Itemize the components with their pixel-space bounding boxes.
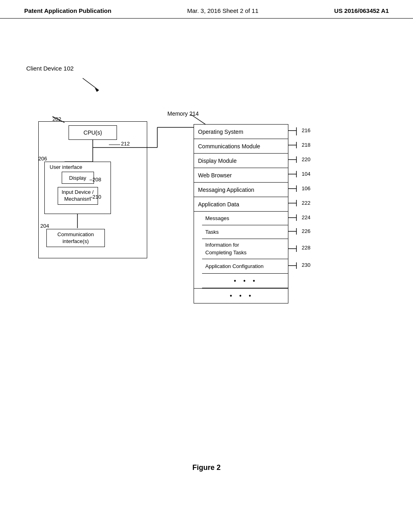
label-212: 212	[121, 141, 130, 147]
ref-224: 224	[302, 214, 311, 220]
figure-label: Figure 2	[192, 463, 221, 472]
nested-rows: Messages Tasks Information forCompleting…	[194, 212, 288, 288]
memory-row-display: Display Module	[194, 154, 288, 168]
header-left: Patent Application Publication	[24, 7, 111, 14]
display-box: Display	[62, 172, 94, 184]
ref-226: 226	[302, 228, 311, 234]
nested-row-tasks: Tasks	[202, 225, 288, 239]
ref-230: 230	[302, 262, 311, 268]
memory-row-communications: Communications Module	[194, 139, 288, 154]
cpu-box: CPU(s)	[69, 125, 117, 140]
comm-box: Communicationinterface(s)	[46, 229, 105, 247]
nested-row-app-config: Application Configuration	[202, 259, 288, 274]
memory-row-messaging: Messaging Application	[194, 183, 288, 197]
memory-table: Operating System Communications Module D…	[194, 124, 288, 303]
header-center: Mar. 3, 2016 Sheet 2 of 11	[187, 7, 259, 14]
svg-marker-1	[95, 88, 99, 92]
ref-216: 216	[302, 127, 311, 133]
header-right: US 2016/063452 A1	[334, 7, 389, 14]
client-device-label: Client Device 102	[26, 65, 74, 72]
ref-104: 104	[302, 171, 311, 177]
label-206: 206	[38, 156, 47, 162]
ref-228: 228	[302, 245, 311, 251]
svg-line-0	[83, 78, 99, 90]
ref-222: 222	[302, 200, 311, 206]
nested-row-messages: Messages	[202, 212, 288, 225]
nested-row-dots: • • •	[202, 274, 288, 288]
memory-row-operating-system: Operating System	[194, 125, 288, 139]
label-204: 204	[40, 223, 49, 229]
ui-outer-box: User interface Display Input Device /Mec…	[44, 162, 111, 214]
diagram-content: Client Device 102 202 CPU(s) 212 206 Use…	[0, 19, 413, 510]
label-210: –210	[90, 194, 101, 200]
ref-218: 218	[302, 142, 311, 148]
ref-220: 220	[302, 156, 311, 162]
memory-row-web-browser: Web Browser	[194, 168, 288, 183]
outer-dots: • • •	[194, 289, 288, 303]
nested-row-info: Information forCompleting Tasks	[202, 239, 288, 259]
ui-label: User interface	[45, 162, 111, 170]
memory-label: Memory 214	[167, 110, 199, 117]
memory-row-app-data: Application Data Messages Tasks Informat…	[194, 197, 288, 289]
label-208: –208	[90, 177, 101, 183]
ref-106: 106	[302, 185, 311, 191]
page-header: Patent Application Publication Mar. 3, 2…	[0, 0, 413, 19]
